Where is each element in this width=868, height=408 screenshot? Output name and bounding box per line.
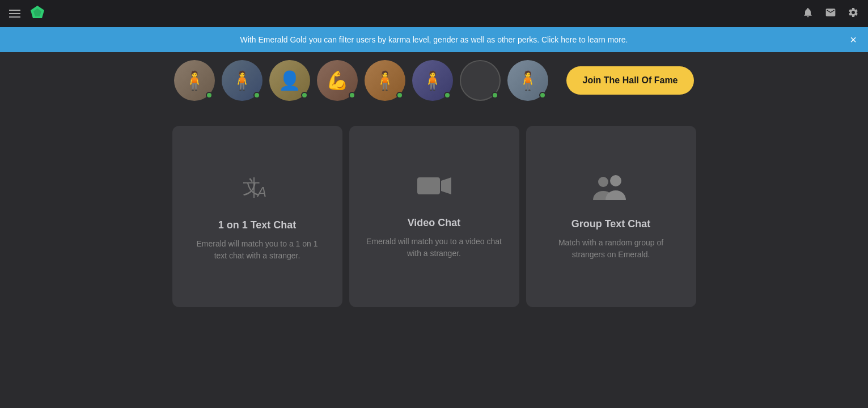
settings-icon[interactable] (848, 7, 859, 21)
hall-of-fame-button[interactable]: Join The Hall Of Fame (566, 66, 693, 95)
group-chat-title: Group Text Chat (571, 218, 651, 230)
text-chat-card[interactable]: 文 A 1 on 1 Text Chat Emerald will match … (172, 126, 342, 307)
banner-text: With Emerald Gold you can filter users b… (240, 35, 628, 44)
online-indicator (539, 92, 546, 99)
user-avatar-4[interactable]: 💪 (317, 60, 358, 101)
online-indicator (206, 92, 213, 99)
online-indicator (492, 92, 498, 99)
user-avatar-6[interactable]: 🧍 (412, 60, 453, 101)
banner-close-button[interactable]: × (850, 34, 857, 45)
video-chat-title: Video Chat (408, 217, 461, 229)
user-avatar-1[interactable]: 🧍 (174, 60, 215, 101)
navbar (0, 0, 868, 27)
logo-icon[interactable] (29, 5, 45, 23)
main-content: 文 A 1 on 1 Text Chat Emerald will match … (0, 114, 868, 318)
video-chat-desc: Emerald will match you to a video chat w… (366, 236, 502, 260)
user-avatar-2[interactable]: 🧍 (222, 60, 262, 101)
svg-text:A: A (256, 184, 266, 199)
online-indicator (444, 92, 451, 99)
svg-marker-6 (441, 177, 451, 194)
navbar-left (9, 5, 45, 23)
user-avatar-5[interactable]: 🧍 (365, 60, 405, 101)
online-indicator (253, 92, 260, 99)
mail-icon[interactable] (825, 7, 836, 21)
svg-point-8 (610, 175, 621, 186)
text-chat-title: 1 on 1 Text Chat (218, 219, 297, 231)
promo-banner[interactable]: With Emerald Gold you can filter users b… (0, 27, 868, 52)
group-chat-card[interactable]: Group Text Chat Match with a random grou… (526, 126, 696, 307)
online-indicator (396, 92, 403, 99)
user-avatar-3[interactable]: 👤 (269, 60, 310, 101)
menu-icon[interactable] (9, 10, 20, 18)
users-strip: 🧍 🧍 👤 💪 🧍 🧍 (0, 52, 868, 109)
svg-point-7 (598, 177, 608, 187)
user-avatar-8[interactable]: 🧍 (507, 60, 548, 101)
online-indicator (301, 92, 308, 99)
video-chat-card[interactable]: Video Chat Emerald will match you to a v… (349, 126, 519, 307)
online-indicator (349, 92, 355, 99)
svg-rect-5 (417, 177, 440, 194)
user-avatar-7[interactable] (460, 60, 501, 101)
translate-icon: 文 A (242, 172, 273, 206)
text-chat-desc: Emerald will match you to a 1 on 1 text … (189, 238, 325, 262)
navbar-right (802, 7, 859, 21)
video-icon (416, 174, 452, 203)
group-icon (591, 173, 632, 205)
group-chat-desc: Match with a random group of strangers o… (543, 237, 679, 261)
bell-icon[interactable] (802, 7, 814, 21)
